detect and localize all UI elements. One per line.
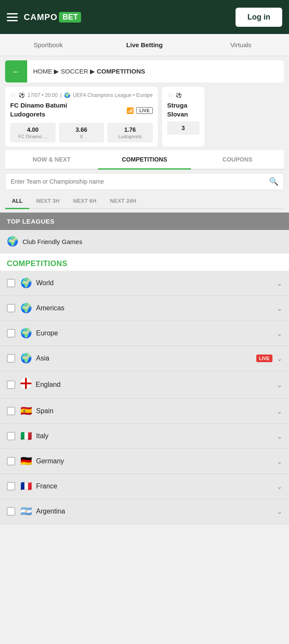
- live-badge: 📶 LIVE: [126, 107, 152, 114]
- tab-coupons[interactable]: COUPONS: [191, 150, 284, 169]
- chevron-italy: ⌄: [277, 432, 282, 440]
- favorite-icon-2[interactable]: ☆: [167, 91, 173, 99]
- league-club-friendly[interactable]: 🌍 Club Friendly Games: [0, 230, 289, 253]
- comp-argentina[interactable]: 🇦🇷 Argentina ⌄: [0, 499, 289, 524]
- search-button[interactable]: 🔍: [269, 177, 278, 186]
- filter-next-24h[interactable]: NEXT 24H: [103, 193, 143, 208]
- comp-checkbox-england[interactable]: [7, 380, 15, 389]
- comp-england[interactable]: England ⌄: [0, 371, 289, 399]
- nav-bar: Sportbook Live Betting Virtuals: [0, 34, 289, 56]
- main-tabs: NOW & NEXT COMPETITIONS COUPONS: [5, 150, 284, 170]
- nav-live-betting[interactable]: Live Betting: [96, 34, 193, 55]
- nav-virtuals[interactable]: Virtuals: [193, 34, 289, 55]
- comp-name-europe: Europe: [36, 329, 277, 337]
- league-icon: 🌍: [7, 236, 18, 247]
- comp-germany[interactable]: 🇩🇪 Germany ⌄: [0, 449, 289, 474]
- comp-checkbox-germany[interactable]: [7, 457, 15, 465]
- top-leagues-header: TOP LEAGUES: [0, 213, 289, 230]
- comp-italy[interactable]: 🇮🇹 Italy ⌄: [0, 424, 289, 449]
- nav-sportbook[interactable]: Sportbook: [0, 34, 96, 55]
- search-bar: 🔍: [5, 173, 284, 190]
- comp-checkbox-argentina[interactable]: [7, 507, 15, 516]
- comp-name-italy: Italy: [36, 432, 277, 440]
- comp-checkbox-italy[interactable]: [7, 432, 15, 440]
- match-sport-icon: ⚽: [19, 92, 25, 98]
- chevron-asia: ⌄: [277, 355, 282, 363]
- match-odds: 4.00 FC Dinamo ... 3.66 X 1.76 Ludogoret…: [10, 123, 153, 142]
- comp-name-england: England: [36, 381, 277, 389]
- comp-world[interactable]: 🌍 World ⌄: [0, 271, 289, 296]
- card2-odds: 3: [167, 121, 199, 135]
- england-flag-svg: [20, 378, 31, 389]
- card2-odd[interactable]: 3: [167, 121, 199, 135]
- comp-france[interactable]: 🇫🇷 France ⌄: [0, 474, 289, 499]
- odd-btn-3[interactable]: 1.76 Ludogorets: [107, 123, 153, 142]
- comp-spain[interactable]: 🇪🇸 Spain ⌄: [0, 399, 289, 424]
- logo-campo: CAMPO: [24, 12, 57, 22]
- tab-now-next[interactable]: NOW & NEXT: [5, 150, 98, 169]
- breadcrumb: ← HOME ▶ SOCCER ▶ COMPETITIONS: [5, 60, 284, 82]
- comp-name-argentina: Argentina: [36, 508, 277, 515]
- favorite-icon[interactable]: ☆: [10, 91, 16, 99]
- comp-name-spain: Spain: [36, 407, 277, 415]
- card2-team2: Slovan: [167, 111, 199, 118]
- back-button[interactable]: ←: [5, 60, 27, 82]
- comp-name-world: World: [36, 279, 277, 287]
- comp-flag-argentina: 🇦🇷: [20, 506, 32, 517]
- competitions-section-header: COMPETITIONS: [0, 253, 289, 271]
- comp-name-americas: Americas: [36, 304, 277, 312]
- header: CAMPO BET Log in: [0, 0, 289, 34]
- logo-bet: BET: [59, 12, 81, 23]
- match-card-header: ☆ ⚽ 17/07 • 20:00 | 🌍 UEFA Champions Lea…: [10, 91, 153, 99]
- comp-americas[interactable]: 🌍 Americas ⌄: [0, 296, 289, 321]
- hamburger-menu[interactable]: [7, 13, 18, 21]
- filter-next-3h[interactable]: NEXT 3H: [29, 193, 66, 208]
- filter-next-6h[interactable]: NEXT 6H: [66, 193, 103, 208]
- comp-flag-europe: 🌍: [20, 328, 32, 339]
- comp-flag-france: 🇫🇷: [20, 481, 32, 492]
- match-card-1[interactable]: ☆ ⚽ 17/07 • 20:00 | 🌍 UEFA Champions Lea…: [5, 87, 158, 147]
- comp-flag-spain: 🇪🇸: [20, 406, 32, 417]
- live-tag: LIVE: [136, 107, 152, 114]
- match-teams: FC Dinamo Batumi Ludogorets: [10, 102, 67, 119]
- comp-asia[interactable]: 🌍 Asia LIVE ⌄: [0, 346, 289, 371]
- comp-checkbox-asia[interactable]: [7, 354, 15, 363]
- comp-checkbox-world[interactable]: [7, 279, 15, 287]
- comp-flag-germany: 🇩🇪: [20, 456, 32, 467]
- header-left: CAMPO BET: [7, 12, 81, 23]
- chevron-europe: ⌄: [277, 329, 282, 338]
- live-badge-asia: LIVE: [256, 355, 272, 362]
- comp-name-germany: Germany: [36, 457, 277, 465]
- signal-icon: 📶: [126, 107, 134, 114]
- match-league: UEFA Champions League • Europe: [73, 92, 153, 98]
- match-card-2[interactable]: ☆ ⚽ Struga Slovan 3: [162, 87, 205, 147]
- login-button[interactable]: Log in: [236, 8, 282, 27]
- odd-btn-2[interactable]: 3.66 X: [59, 123, 104, 142]
- comp-checkbox-americas[interactable]: [7, 304, 15, 312]
- card2-team1: Struga: [167, 102, 199, 109]
- team2: Ludogorets: [10, 111, 67, 118]
- chevron-americas: ⌄: [277, 304, 282, 312]
- chevron-world: ⌄: [277, 279, 282, 287]
- comp-name-asia: Asia: [36, 355, 256, 362]
- match-slider: ☆ ⚽ 17/07 • 20:00 | 🌍 UEFA Champions Lea…: [5, 87, 284, 147]
- odd-btn-1[interactable]: 4.00 FC Dinamo ...: [10, 123, 56, 142]
- comp-flag-asia: 🌍: [20, 353, 32, 364]
- team1: FC Dinamo Batumi: [10, 102, 67, 109]
- comp-checkbox-spain[interactable]: [7, 407, 15, 415]
- comp-flag-italy: 🇮🇹: [20, 431, 32, 442]
- match-card2-header: ☆ ⚽: [167, 91, 199, 99]
- chevron-france: ⌄: [277, 482, 282, 491]
- breadcrumb-text: HOME ▶ SOCCER ▶ COMPETITIONS: [27, 68, 151, 75]
- tab-competitions[interactable]: COMPETITIONS: [98, 150, 191, 169]
- comp-flag-americas: 🌍: [20, 303, 32, 314]
- competitions-title: COMPETITIONS: [7, 259, 282, 268]
- search-input[interactable]: [11, 178, 269, 185]
- filter-all[interactable]: ALL: [5, 193, 29, 208]
- match-teams-row: FC Dinamo Batumi Ludogorets 📶 LIVE: [10, 102, 153, 119]
- comp-checkbox-france[interactable]: [7, 482, 15, 491]
- match-sport-icon-2: ⚽: [176, 92, 182, 98]
- comp-europe[interactable]: 🌍 Europe ⌄: [0, 321, 289, 346]
- svg-rect-2: [20, 383, 31, 384]
- comp-checkbox-europe[interactable]: [7, 329, 15, 338]
